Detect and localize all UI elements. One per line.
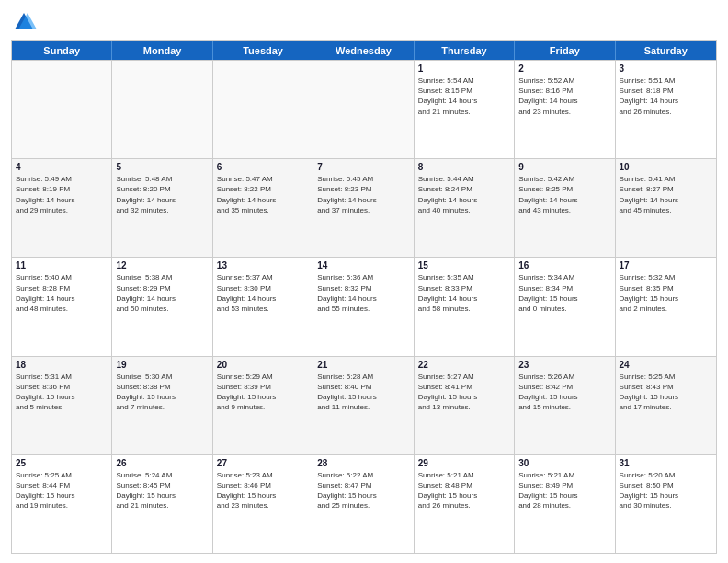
day-number: 10 xyxy=(620,162,712,172)
day-info: Sunrise: 5:48 AM Sunset: 8:20 PM Dayligh… xyxy=(116,174,208,215)
cal-week-row: 18Sunrise: 5:31 AM Sunset: 8:36 PM Dayli… xyxy=(12,356,716,454)
cal-header-cell: Thursday xyxy=(415,41,515,60)
day-number: 1 xyxy=(418,63,510,74)
cal-cell: 5Sunrise: 5:48 AM Sunset: 8:20 PM Daylig… xyxy=(112,159,212,257)
day-info: Sunrise: 5:24 AM Sunset: 8:45 PM Dayligh… xyxy=(116,470,208,511)
day-info: Sunrise: 5:22 AM Sunset: 8:47 PM Dayligh… xyxy=(317,470,409,511)
day-number: 22 xyxy=(418,360,510,370)
day-info: Sunrise: 5:52 AM Sunset: 8:16 PM Dayligh… xyxy=(518,75,610,117)
day-info: Sunrise: 5:36 AM Sunset: 8:32 PM Dayligh… xyxy=(317,272,409,314)
cal-cell: 12Sunrise: 5:38 AM Sunset: 8:29 PM Dayli… xyxy=(112,258,212,355)
calendar: SundayMondayTuesdayWednesdayThursdayFrid… xyxy=(11,40,717,554)
cal-cell: 24Sunrise: 5:25 AM Sunset: 8:43 PM Dayli… xyxy=(616,357,716,454)
day-number: 4 xyxy=(16,162,108,172)
day-info: Sunrise: 5:29 AM Sunset: 8:39 PM Dayligh… xyxy=(217,372,309,413)
cal-cell: 2Sunrise: 5:52 AM Sunset: 8:16 PM Daylig… xyxy=(515,61,615,158)
cal-header-cell: Wednesday xyxy=(313,41,414,60)
day-info: Sunrise: 5:40 AM Sunset: 8:28 PM Dayligh… xyxy=(16,272,108,314)
cal-week-row: 4Sunrise: 5:49 AM Sunset: 8:19 PM Daylig… xyxy=(12,158,716,257)
cal-cell: 20Sunrise: 5:29 AM Sunset: 8:39 PM Dayli… xyxy=(213,357,313,454)
day-info: Sunrise: 5:37 AM Sunset: 8:30 PM Dayligh… xyxy=(217,272,309,314)
cal-cell xyxy=(112,61,212,158)
day-number: 17 xyxy=(620,260,712,270)
calendar-body: 1Sunrise: 5:54 AM Sunset: 8:15 PM Daylig… xyxy=(12,60,716,553)
cal-cell: 23Sunrise: 5:26 AM Sunset: 8:42 PM Dayli… xyxy=(515,357,615,454)
day-number: 11 xyxy=(16,260,108,270)
day-info: Sunrise: 5:25 AM Sunset: 8:43 PM Dayligh… xyxy=(620,372,712,413)
calendar-header-row: SundayMondayTuesdayWednesdayThursdayFrid… xyxy=(12,41,716,60)
cal-cell: 22Sunrise: 5:27 AM Sunset: 8:41 PM Dayli… xyxy=(415,357,515,454)
day-info: Sunrise: 5:20 AM Sunset: 8:50 PM Dayligh… xyxy=(620,470,712,511)
cal-cell xyxy=(12,61,112,158)
cal-week-row: 1Sunrise: 5:54 AM Sunset: 8:15 PM Daylig… xyxy=(12,60,716,158)
cal-cell: 29Sunrise: 5:21 AM Sunset: 8:48 PM Dayli… xyxy=(415,455,515,553)
cal-cell: 10Sunrise: 5:41 AM Sunset: 8:27 PM Dayli… xyxy=(616,159,716,257)
day-number: 28 xyxy=(317,458,409,468)
cal-cell: 17Sunrise: 5:32 AM Sunset: 8:35 PM Dayli… xyxy=(616,258,716,355)
day-number: 24 xyxy=(620,360,712,370)
day-number: 25 xyxy=(16,458,108,468)
day-info: Sunrise: 5:25 AM Sunset: 8:44 PM Dayligh… xyxy=(16,470,108,511)
cal-cell: 3Sunrise: 5:51 AM Sunset: 8:18 PM Daylig… xyxy=(616,61,716,158)
cal-cell: 9Sunrise: 5:42 AM Sunset: 8:25 PM Daylig… xyxy=(515,159,615,257)
cal-cell: 15Sunrise: 5:35 AM Sunset: 8:33 PM Dayli… xyxy=(415,258,515,355)
day-number: 27 xyxy=(217,458,309,468)
cal-cell xyxy=(313,61,414,158)
day-info: Sunrise: 5:44 AM Sunset: 8:24 PM Dayligh… xyxy=(418,174,510,215)
day-number: 18 xyxy=(16,360,108,370)
day-number: 8 xyxy=(418,162,510,172)
cal-cell: 21Sunrise: 5:28 AM Sunset: 8:40 PM Dayli… xyxy=(313,357,414,454)
day-number: 12 xyxy=(116,260,208,270)
cal-cell: 28Sunrise: 5:22 AM Sunset: 8:47 PM Dayli… xyxy=(313,455,414,553)
day-number: 29 xyxy=(418,458,510,468)
cal-cell: 11Sunrise: 5:40 AM Sunset: 8:28 PM Dayli… xyxy=(12,258,112,355)
day-number: 19 xyxy=(116,360,208,370)
cal-week-row: 25Sunrise: 5:25 AM Sunset: 8:44 PM Dayli… xyxy=(12,454,716,553)
day-info: Sunrise: 5:49 AM Sunset: 8:19 PM Dayligh… xyxy=(16,174,108,215)
day-number: 21 xyxy=(317,360,409,370)
cal-cell: 13Sunrise: 5:37 AM Sunset: 8:30 PM Dayli… xyxy=(213,258,313,355)
day-info: Sunrise: 5:51 AM Sunset: 8:18 PM Dayligh… xyxy=(620,75,712,117)
cal-header-cell: Tuesday xyxy=(213,41,313,60)
cal-header-cell: Saturday xyxy=(616,41,716,60)
day-number: 14 xyxy=(317,260,409,270)
cal-week-row: 11Sunrise: 5:40 AM Sunset: 8:28 PM Dayli… xyxy=(12,257,716,355)
day-info: Sunrise: 5:34 AM Sunset: 8:34 PM Dayligh… xyxy=(518,272,610,314)
cal-cell: 7Sunrise: 5:45 AM Sunset: 8:23 PM Daylig… xyxy=(313,159,414,257)
day-number: 7 xyxy=(317,162,409,172)
day-info: Sunrise: 5:47 AM Sunset: 8:22 PM Dayligh… xyxy=(217,174,309,215)
cal-cell: 26Sunrise: 5:24 AM Sunset: 8:45 PM Dayli… xyxy=(112,455,212,553)
day-number: 15 xyxy=(418,260,510,270)
cal-cell: 4Sunrise: 5:49 AM Sunset: 8:19 PM Daylig… xyxy=(12,159,112,257)
day-number: 3 xyxy=(620,63,712,74)
cal-cell xyxy=(213,61,313,158)
day-info: Sunrise: 5:28 AM Sunset: 8:40 PM Dayligh… xyxy=(317,372,409,413)
cal-cell: 19Sunrise: 5:30 AM Sunset: 8:38 PM Dayli… xyxy=(112,357,212,454)
day-info: Sunrise: 5:45 AM Sunset: 8:23 PM Dayligh… xyxy=(317,174,409,215)
day-info: Sunrise: 5:42 AM Sunset: 8:25 PM Dayligh… xyxy=(518,174,610,215)
day-info: Sunrise: 5:21 AM Sunset: 8:48 PM Dayligh… xyxy=(418,470,510,511)
day-info: Sunrise: 5:41 AM Sunset: 8:27 PM Dayligh… xyxy=(620,174,712,215)
day-number: 5 xyxy=(116,162,208,172)
cal-cell: 8Sunrise: 5:44 AM Sunset: 8:24 PM Daylig… xyxy=(415,159,515,257)
day-number: 30 xyxy=(518,458,610,468)
cal-cell: 1Sunrise: 5:54 AM Sunset: 8:15 PM Daylig… xyxy=(415,61,515,158)
day-number: 6 xyxy=(217,162,309,172)
day-number: 31 xyxy=(620,458,712,468)
day-number: 13 xyxy=(217,260,309,270)
day-info: Sunrise: 5:54 AM Sunset: 8:15 PM Dayligh… xyxy=(418,75,510,117)
cal-cell: 31Sunrise: 5:20 AM Sunset: 8:50 PM Dayli… xyxy=(616,455,716,553)
day-info: Sunrise: 5:31 AM Sunset: 8:36 PM Dayligh… xyxy=(16,372,108,413)
cal-cell: 18Sunrise: 5:31 AM Sunset: 8:36 PM Dayli… xyxy=(12,357,112,454)
cal-cell: 14Sunrise: 5:36 AM Sunset: 8:32 PM Dayli… xyxy=(313,258,414,355)
day-number: 16 xyxy=(518,260,610,270)
day-info: Sunrise: 5:32 AM Sunset: 8:35 PM Dayligh… xyxy=(620,272,712,314)
day-info: Sunrise: 5:35 AM Sunset: 8:33 PM Dayligh… xyxy=(418,272,510,314)
day-info: Sunrise: 5:26 AM Sunset: 8:42 PM Dayligh… xyxy=(518,372,610,413)
day-number: 9 xyxy=(518,162,610,172)
day-info: Sunrise: 5:23 AM Sunset: 8:46 PM Dayligh… xyxy=(217,470,309,511)
day-number: 26 xyxy=(116,458,208,468)
cal-header-cell: Sunday xyxy=(12,41,112,60)
logo-icon xyxy=(11,9,37,35)
day-number: 2 xyxy=(518,63,610,74)
